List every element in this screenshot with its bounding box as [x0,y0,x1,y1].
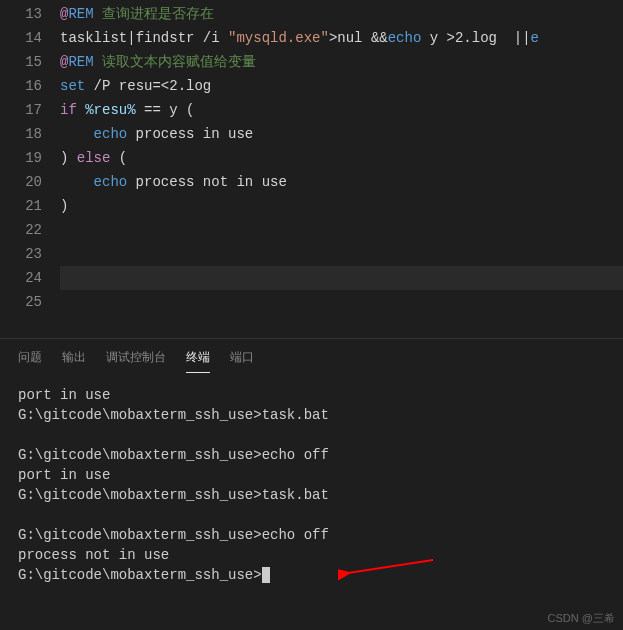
terminal-line: G:\gitcode\mobaxterm_ssh_use>echo off [18,525,605,545]
line-number: 24 [0,266,42,290]
line-number: 14 [0,26,42,50]
panel-tab-0[interactable]: 问题 [18,349,42,373]
code-line[interactable] [60,218,623,242]
line-number: 22 [0,218,42,242]
line-number: 21 [0,194,42,218]
terminal-line [18,505,605,525]
code-line[interactable]: @REM 读取文本内容赋值给变量 [60,50,623,74]
line-number: 23 [0,242,42,266]
terminal-line [18,425,605,445]
code-content[interactable]: @REM 查询进程是否存在tasklist|findstr /i "mysqld… [60,0,623,338]
line-number: 25 [0,290,42,314]
panel-tab-1[interactable]: 输出 [62,349,86,373]
terminal-line: G:\gitcode\mobaxterm_ssh_use> [18,565,605,585]
terminal-line: G:\gitcode\mobaxterm_ssh_use>task.bat [18,405,605,425]
panel-tab-4[interactable]: 端口 [230,349,254,373]
terminal-output[interactable]: port in useG:\gitcode\mobaxterm_ssh_use>… [0,373,623,597]
code-line[interactable]: echo process not in use [60,170,623,194]
code-editor[interactable]: 13141516171819202122232425 @REM 查询进程是否存在… [0,0,623,338]
line-number: 15 [0,50,42,74]
line-number: 20 [0,170,42,194]
terminal-cursor [262,567,270,583]
line-number: 13 [0,2,42,26]
code-line[interactable] [60,266,623,290]
code-line[interactable]: ) else ( [60,146,623,170]
code-line[interactable]: tasklist|findstr /i "mysqld.exe">nul &&e… [60,26,623,50]
line-number-gutter: 13141516171819202122232425 [0,0,60,338]
line-number: 17 [0,98,42,122]
line-number: 19 [0,146,42,170]
code-line[interactable]: ) [60,194,623,218]
code-line[interactable] [60,290,623,314]
panel-tab-2[interactable]: 调试控制台 [106,349,166,373]
terminal-line: G:\gitcode\mobaxterm_ssh_use>task.bat [18,485,605,505]
code-line[interactable]: echo process in use [60,122,623,146]
code-line[interactable]: @REM 查询进程是否存在 [60,2,623,26]
code-line[interactable]: set /P resu=<2.log [60,74,623,98]
line-number: 16 [0,74,42,98]
watermark: CSDN @三希 [548,611,615,626]
line-number: 18 [0,122,42,146]
terminal-line: port in use [18,385,605,405]
panel-tab-3[interactable]: 终端 [186,349,210,373]
terminal-line: process not in use [18,545,605,565]
terminal-line: G:\gitcode\mobaxterm_ssh_use>echo off [18,445,605,465]
code-line[interactable]: if %resu% == y ( [60,98,623,122]
code-line[interactable] [60,242,623,266]
terminal-line: port in use [18,465,605,485]
panel-tab-bar: 问题输出调试控制台终端端口 [0,338,623,373]
